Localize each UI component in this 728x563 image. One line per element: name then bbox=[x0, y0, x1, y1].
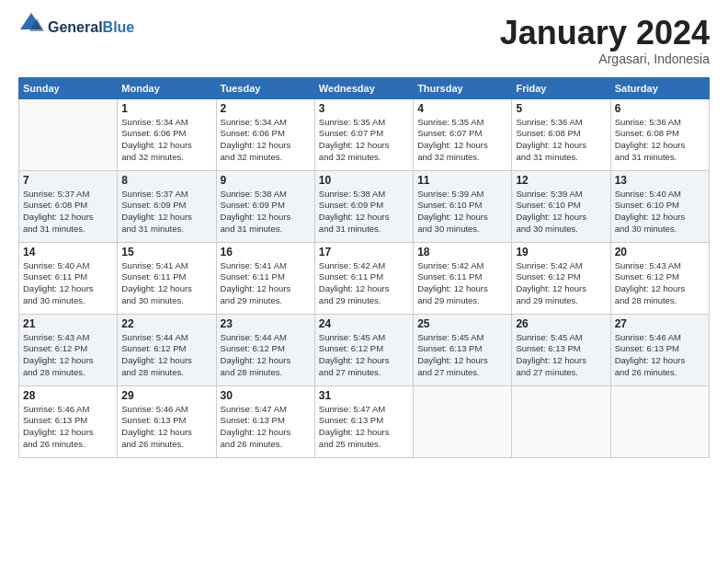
logo-general: General bbox=[48, 19, 103, 35]
day-info: Sunrise: 5:47 AM Sunset: 6:13 PM Dayligh… bbox=[221, 404, 311, 451]
calendar-cell: 14Sunrise: 5:40 AM Sunset: 6:11 PM Dayli… bbox=[19, 242, 118, 314]
calendar-cell: 19Sunrise: 5:42 AM Sunset: 6:12 PM Dayli… bbox=[512, 242, 610, 314]
calendar-cell: 8Sunrise: 5:37 AM Sunset: 6:09 PM Daylig… bbox=[118, 170, 216, 242]
calendar-cell: 9Sunrise: 5:38 AM Sunset: 6:09 PM Daylig… bbox=[216, 170, 314, 242]
day-number: 27 bbox=[615, 317, 705, 330]
month-title: January 2024 bbox=[500, 15, 710, 52]
calendar-table: SundayMondayTuesdayWednesdayThursdayFrid… bbox=[18, 77, 710, 458]
calendar-cell: 23Sunrise: 5:44 AM Sunset: 6:12 PM Dayli… bbox=[216, 314, 314, 385]
calendar-cell: 16Sunrise: 5:41 AM Sunset: 6:11 PM Dayli… bbox=[216, 242, 314, 314]
calendar-cell: 5Sunrise: 5:36 AM Sunset: 6:08 PM Daylig… bbox=[512, 98, 610, 170]
calendar-cell: 10Sunrise: 5:38 AM Sunset: 6:09 PM Dayli… bbox=[314, 170, 413, 242]
logo-icon bbox=[18, 11, 44, 37]
day-info: Sunrise: 5:38 AM Sunset: 6:09 PM Dayligh… bbox=[221, 189, 311, 236]
calendar-cell: 2Sunrise: 5:34 AM Sunset: 6:06 PM Daylig… bbox=[216, 98, 314, 170]
day-info: Sunrise: 5:42 AM Sunset: 6:11 PM Dayligh… bbox=[417, 260, 507, 307]
logo-blue: Blue bbox=[103, 19, 135, 35]
day-info: Sunrise: 5:47 AM Sunset: 6:13 PM Dayligh… bbox=[319, 404, 409, 451]
day-info: Sunrise: 5:44 AM Sunset: 6:12 PM Dayligh… bbox=[221, 332, 311, 379]
calendar-cell: 4Sunrise: 5:35 AM Sunset: 6:07 PM Daylig… bbox=[414, 98, 512, 170]
day-info: Sunrise: 5:40 AM Sunset: 6:10 PM Dayligh… bbox=[615, 189, 705, 236]
calendar-header-monday: Monday bbox=[118, 77, 216, 98]
day-number: 30 bbox=[221, 389, 311, 402]
calendar-cell: 25Sunrise: 5:45 AM Sunset: 6:13 PM Dayli… bbox=[414, 314, 512, 385]
day-number: 22 bbox=[121, 317, 211, 330]
calendar-cell: 20Sunrise: 5:43 AM Sunset: 6:12 PM Dayli… bbox=[610, 242, 709, 314]
day-number: 5 bbox=[516, 102, 606, 115]
calendar-cell bbox=[610, 385, 709, 457]
day-info: Sunrise: 5:45 AM Sunset: 6:13 PM Dayligh… bbox=[516, 332, 606, 379]
day-number: 1 bbox=[121, 102, 211, 115]
calendar-cell bbox=[19, 98, 118, 170]
day-number: 18 bbox=[417, 246, 507, 259]
calendar-header-row: SundayMondayTuesdayWednesdayThursdayFrid… bbox=[19, 77, 710, 98]
calendar-header-sunday: Sunday bbox=[19, 77, 118, 98]
calendar-week-row: 14Sunrise: 5:40 AM Sunset: 6:11 PM Dayli… bbox=[19, 242, 710, 314]
day-info: Sunrise: 5:35 AM Sunset: 6:07 PM Dayligh… bbox=[319, 117, 409, 164]
day-info: Sunrise: 5:42 AM Sunset: 6:12 PM Dayligh… bbox=[516, 260, 606, 307]
calendar-header-thursday: Thursday bbox=[414, 77, 512, 98]
calendar-cell: 27Sunrise: 5:46 AM Sunset: 6:13 PM Dayli… bbox=[610, 314, 709, 385]
day-number: 16 bbox=[221, 246, 311, 259]
day-info: Sunrise: 5:46 AM Sunset: 6:13 PM Dayligh… bbox=[615, 332, 705, 379]
day-number: 24 bbox=[319, 317, 409, 330]
day-number: 19 bbox=[516, 246, 606, 259]
day-info: Sunrise: 5:37 AM Sunset: 6:08 PM Dayligh… bbox=[23, 189, 113, 236]
day-info: Sunrise: 5:35 AM Sunset: 6:07 PM Dayligh… bbox=[417, 117, 507, 164]
calendar-cell: 12Sunrise: 5:39 AM Sunset: 6:10 PM Dayli… bbox=[512, 170, 610, 242]
day-info: Sunrise: 5:36 AM Sunset: 6:08 PM Dayligh… bbox=[516, 117, 606, 164]
calendar-cell: 3Sunrise: 5:35 AM Sunset: 6:07 PM Daylig… bbox=[314, 98, 413, 170]
calendar-header-friday: Friday bbox=[512, 77, 610, 98]
calendar-week-row: 21Sunrise: 5:43 AM Sunset: 6:12 PM Dayli… bbox=[19, 314, 710, 385]
calendar-cell: 30Sunrise: 5:47 AM Sunset: 6:13 PM Dayli… bbox=[216, 385, 314, 457]
calendar-cell: 31Sunrise: 5:47 AM Sunset: 6:13 PM Dayli… bbox=[314, 385, 413, 457]
day-number: 15 bbox=[121, 246, 211, 259]
logo: GeneralBlue bbox=[18, 15, 134, 40]
calendar-cell: 22Sunrise: 5:44 AM Sunset: 6:12 PM Dayli… bbox=[118, 314, 216, 385]
day-number: 11 bbox=[417, 174, 507, 187]
day-info: Sunrise: 5:44 AM Sunset: 6:12 PM Dayligh… bbox=[121, 332, 211, 379]
title-area: January 2024 Argasari, Indonesia bbox=[500, 15, 710, 66]
day-info: Sunrise: 5:39 AM Sunset: 6:10 PM Dayligh… bbox=[516, 189, 606, 236]
calendar-header-tuesday: Tuesday bbox=[216, 77, 314, 98]
day-info: Sunrise: 5:41 AM Sunset: 6:11 PM Dayligh… bbox=[121, 260, 211, 307]
day-number: 31 bbox=[319, 389, 409, 402]
calendar-cell: 28Sunrise: 5:46 AM Sunset: 6:13 PM Dayli… bbox=[19, 385, 118, 457]
day-number: 2 bbox=[221, 102, 311, 115]
calendar-cell: 24Sunrise: 5:45 AM Sunset: 6:12 PM Dayli… bbox=[314, 314, 413, 385]
day-number: 17 bbox=[319, 246, 409, 259]
day-info: Sunrise: 5:45 AM Sunset: 6:12 PM Dayligh… bbox=[319, 332, 409, 379]
calendar-week-row: 1Sunrise: 5:34 AM Sunset: 6:06 PM Daylig… bbox=[19, 98, 710, 170]
day-number: 23 bbox=[221, 317, 311, 330]
day-number: 9 bbox=[221, 174, 311, 187]
day-info: Sunrise: 5:36 AM Sunset: 6:08 PM Dayligh… bbox=[615, 117, 705, 164]
day-info: Sunrise: 5:37 AM Sunset: 6:09 PM Dayligh… bbox=[121, 189, 211, 236]
day-number: 21 bbox=[23, 317, 113, 330]
day-info: Sunrise: 5:46 AM Sunset: 6:13 PM Dayligh… bbox=[121, 404, 211, 451]
calendar-cell: 29Sunrise: 5:46 AM Sunset: 6:13 PM Dayli… bbox=[118, 385, 216, 457]
calendar-cell: 1Sunrise: 5:34 AM Sunset: 6:06 PM Daylig… bbox=[118, 98, 216, 170]
day-number: 29 bbox=[121, 389, 211, 402]
header: GeneralBlue January 2024 Argasari, Indon… bbox=[18, 15, 710, 66]
day-number: 13 bbox=[615, 174, 705, 187]
day-info: Sunrise: 5:39 AM Sunset: 6:10 PM Dayligh… bbox=[417, 189, 507, 236]
day-number: 7 bbox=[23, 174, 113, 187]
day-info: Sunrise: 5:41 AM Sunset: 6:11 PM Dayligh… bbox=[221, 260, 311, 307]
day-number: 12 bbox=[516, 174, 606, 187]
calendar-cell: 26Sunrise: 5:45 AM Sunset: 6:13 PM Dayli… bbox=[512, 314, 610, 385]
calendar-cell: 13Sunrise: 5:40 AM Sunset: 6:10 PM Dayli… bbox=[610, 170, 709, 242]
day-info: Sunrise: 5:34 AM Sunset: 6:06 PM Dayligh… bbox=[221, 117, 311, 164]
day-info: Sunrise: 5:34 AM Sunset: 6:06 PM Dayligh… bbox=[121, 117, 211, 164]
day-info: Sunrise: 5:46 AM Sunset: 6:13 PM Dayligh… bbox=[23, 404, 113, 451]
day-number: 26 bbox=[516, 317, 606, 330]
calendar-week-row: 7Sunrise: 5:37 AM Sunset: 6:08 PM Daylig… bbox=[19, 170, 710, 242]
day-number: 3 bbox=[319, 102, 409, 115]
day-number: 8 bbox=[121, 174, 211, 187]
page: GeneralBlue January 2024 Argasari, Indon… bbox=[0, 0, 728, 563]
calendar-cell: 11Sunrise: 5:39 AM Sunset: 6:10 PM Dayli… bbox=[414, 170, 512, 242]
calendar-cell: 18Sunrise: 5:42 AM Sunset: 6:11 PM Dayli… bbox=[414, 242, 512, 314]
calendar-cell: 6Sunrise: 5:36 AM Sunset: 6:08 PM Daylig… bbox=[610, 98, 709, 170]
calendar-cell: 15Sunrise: 5:41 AM Sunset: 6:11 PM Dayli… bbox=[118, 242, 216, 314]
day-number: 14 bbox=[23, 246, 113, 259]
logo-text: GeneralBlue bbox=[48, 19, 134, 36]
